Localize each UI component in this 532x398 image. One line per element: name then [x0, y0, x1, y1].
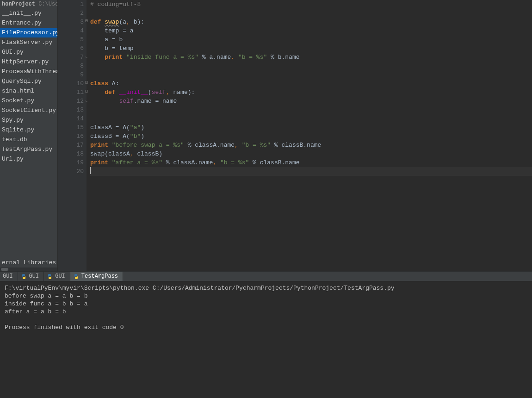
run-tab-testargpass[interactable]: TestArgPass: [70, 272, 123, 281]
line-number[interactable]: 19: [58, 158, 84, 167]
line-number[interactable]: 13: [58, 106, 84, 114]
scrollbar-thumb[interactable]: [1, 268, 8, 271]
line-number[interactable]: 4: [58, 26, 84, 35]
file-item-GUI-py[interactable]: GUI.py: [0, 47, 57, 57]
run-tab-gui[interactable]: GUI: [44, 272, 70, 281]
file-item-TestArgPass-py[interactable]: TestArgPass.py: [0, 144, 57, 154]
line-number[interactable]: 11⊟: [58, 88, 84, 97]
file-item-Entrance-py[interactable]: Entrance.py: [0, 18, 57, 28]
code-line[interactable]: [90, 106, 532, 114]
file-item-FileProcessor-py[interactable]: FileProcessor.py: [0, 28, 57, 37]
project-root-name: honProject: [2, 1, 35, 7]
file-item-__init__-py[interactable]: __init__.py: [0, 8, 57, 18]
line-number[interactable]: 10⊟: [58, 79, 84, 88]
file-item-QuerySql-py[interactable]: QuerySql.py: [0, 76, 57, 86]
file-item-Spy-py[interactable]: Spy.py: [0, 115, 57, 125]
code-line[interactable]: def __init__(self, name):: [90, 88, 532, 97]
editor-code[interactable]: # coding=utf-8def swap(a, b): temp = a a…: [87, 0, 532, 271]
line-number[interactable]: 18: [58, 149, 84, 158]
file-item-ProcessWithThread-py[interactable]: ProcessWithThread.py: [0, 67, 57, 76]
code-line[interactable]: self.name = name: [90, 97, 532, 106]
line-number[interactable]: 16: [58, 132, 84, 141]
run-tab-gui[interactable]: GUI: [0, 272, 18, 281]
run-tab-label: TestArgPass: [81, 273, 118, 280]
code-line[interactable]: temp = a: [90, 26, 532, 35]
line-number[interactable]: 6: [58, 44, 84, 53]
run-tab-label: GUI: [3, 273, 13, 280]
code-line[interactable]: [90, 62, 532, 70]
code-line[interactable]: [90, 167, 532, 176]
line-number[interactable]: 9: [58, 70, 84, 79]
project-root-path: C:\Users: [38, 1, 58, 7]
fold-start-icon[interactable]: ⊟: [84, 89, 88, 93]
caret: [90, 167, 91, 174]
code-line[interactable]: classA = A("a"): [90, 123, 532, 132]
file-item-SocketClient-py[interactable]: SocketClient.py: [0, 106, 57, 115]
run-tab-gui[interactable]: GUI: [18, 272, 44, 281]
python-icon: [73, 274, 79, 280]
fold-start-icon[interactable]: ⊟: [84, 19, 88, 23]
line-number[interactable]: 7⌞: [58, 53, 84, 62]
fold-end-icon[interactable]: ⌞: [84, 98, 88, 102]
line-number[interactable]: 1: [58, 0, 84, 9]
code-line[interactable]: a = b: [90, 35, 532, 44]
code-line[interactable]: swap(classA, classB): [90, 149, 532, 158]
code-line[interactable]: print "after a = %s" % classA.name, "b =…: [90, 158, 532, 167]
run-tab-label: GUI: [29, 273, 39, 280]
code-line[interactable]: print "inside func a = %s" % a.name, "b …: [90, 53, 532, 62]
file-item-sina-html[interactable]: sina.html: [0, 86, 57, 96]
line-number[interactable]: 3⊟: [58, 18, 84, 26]
code-line[interactable]: classB = A("b"): [90, 132, 532, 141]
project-sidebar: honProject C:\Users __init__.pyEntrance.…: [0, 0, 58, 271]
python-icon: [21, 274, 27, 280]
line-number[interactable]: 20: [58, 167, 84, 176]
editor-gutter[interactable]: 123⊟4567⌞8910⊟11⊟12⌞1314151617181920: [58, 0, 87, 271]
line-number[interactable]: 17: [58, 141, 84, 149]
code-line[interactable]: b = temp: [90, 44, 532, 53]
code-editor[interactable]: 123⊟4567⌞8910⊟11⊟12⌞1314151617181920 # c…: [58, 0, 532, 271]
code-line[interactable]: [90, 70, 532, 79]
code-line[interactable]: class A:: [90, 79, 532, 88]
file-item-Sqlite-py[interactable]: Sqlite.py: [0, 125, 57, 135]
run-tab-label: GUI: [55, 273, 65, 280]
code-line[interactable]: # coding=utf-8: [90, 0, 532, 9]
file-item-test-db[interactable]: test.db: [0, 135, 57, 144]
code-line[interactable]: print "before swap a = %s" % classA.name…: [90, 141, 532, 149]
line-number[interactable]: 15: [58, 123, 84, 132]
line-number[interactable]: 2: [58, 9, 84, 18]
file-item-Socket-py[interactable]: Socket.py: [0, 96, 57, 106]
file-item-HttpServer-py[interactable]: HttpServer.py: [0, 57, 57, 67]
console-output[interactable]: F:\virtualPyEnv\myvir\Scripts\python.exe…: [0, 281, 532, 398]
file-item-Url-py[interactable]: Url.py: [0, 154, 57, 164]
console-tab-bar: GUIGUIGUITestArgPass: [0, 271, 532, 281]
external-libraries[interactable]: ernal Libraries: [0, 258, 57, 267]
file-item-FlaskServer-py[interactable]: FlaskServer.py: [0, 37, 57, 47]
line-number[interactable]: 8: [58, 62, 84, 70]
python-icon: [47, 274, 53, 280]
line-number[interactable]: 12⌞: [58, 97, 84, 106]
fold-end-icon[interactable]: ⌞: [84, 54, 88, 58]
code-line[interactable]: def swap(a, b):: [90, 18, 532, 26]
line-number[interactable]: 5: [58, 35, 84, 44]
code-line[interactable]: [90, 114, 532, 123]
project-root[interactable]: honProject C:\Users: [0, 0, 57, 8]
horizontal-scrollbar[interactable]: [0, 267, 57, 271]
line-number[interactable]: 14: [58, 114, 84, 123]
code-line[interactable]: [90, 9, 532, 18]
fold-start-icon[interactable]: ⊟: [84, 81, 88, 85]
project-file-list: __init__.pyEntrance.pyFileProcessor.pyFl…: [0, 8, 57, 258]
